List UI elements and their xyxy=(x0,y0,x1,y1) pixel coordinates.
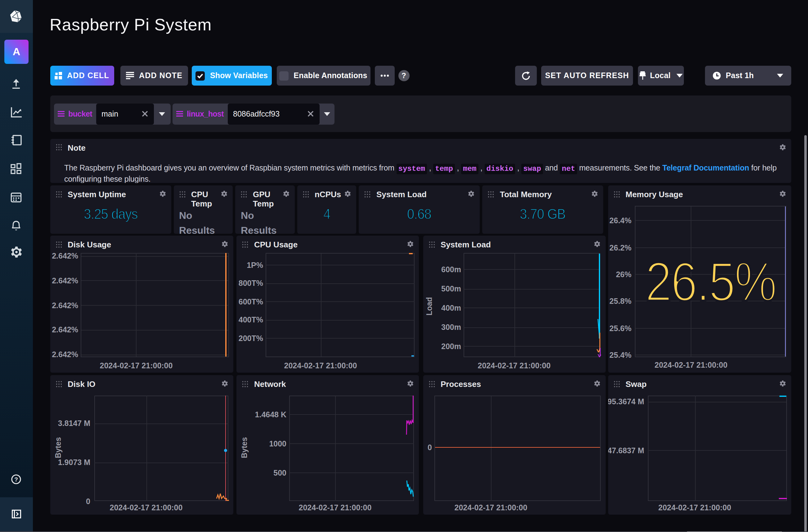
svg-text:?: ? xyxy=(15,476,18,483)
